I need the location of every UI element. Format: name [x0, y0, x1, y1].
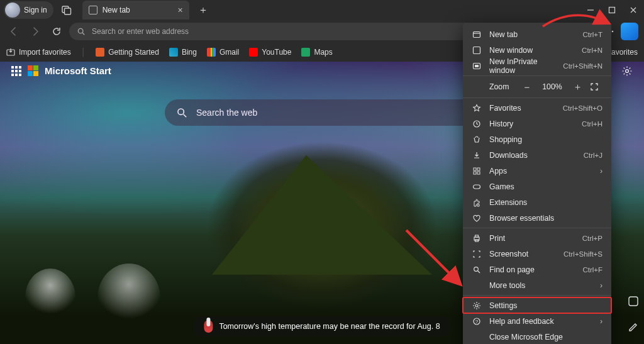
menu-print[interactable]: PrintCtrl+P — [463, 230, 611, 246]
menu-label: Shopping — [489, 135, 602, 144]
menu-new-inprivate[interactable]: New InPrivate windowCtrl+Shift+N — [463, 58, 611, 74]
menu-games[interactable]: Games — [463, 179, 611, 194]
menu-label: Favorites — [489, 104, 555, 113]
bookmark-label: Getting Started — [108, 48, 159, 57]
refresh-button[interactable] — [48, 23, 65, 40]
menu-label: Settings — [489, 301, 602, 310]
bookmark-label: Bing — [182, 48, 197, 57]
svg-rect-25 — [477, 172, 480, 174]
copilot-button[interactable] — [620, 22, 639, 41]
more-actions-menu: New tabCtrl+T New windowCtrl+N New InPri… — [463, 23, 611, 344]
menu-more-tools[interactable]: More tools› — [463, 277, 611, 293]
menu-downloads[interactable]: DownloadsCtrl+J — [463, 147, 611, 163]
star-icon — [472, 103, 482, 113]
feed-customize-button[interactable] — [626, 294, 640, 308]
background-waterfall — [25, 269, 75, 325]
weather-banner[interactable]: Tomorrow's high temperature may be near … — [195, 316, 448, 336]
svg-rect-26 — [474, 185, 480, 189]
zoom-out-button[interactable]: − — [521, 82, 533, 92]
menu-favorites[interactable]: FavoritesCtrl+Shift+O — [463, 100, 611, 116]
background-mountain — [212, 155, 432, 275]
svg-text:?: ? — [475, 319, 479, 325]
background-waterfall — [97, 264, 160, 333]
menu-close-edge[interactable]: Close Microsoft Edge — [463, 329, 611, 344]
menu-browser-essentials[interactable]: Browser essentials — [463, 210, 611, 226]
svg-point-6 — [78, 28, 83, 33]
workspaces-button[interactable] — [60, 3, 74, 17]
forward-button[interactable] — [26, 23, 44, 40]
menu-label: Extensions — [489, 198, 602, 207]
zoom-in-button[interactable]: ＋ — [571, 81, 584, 93]
help-icon: ? — [472, 316, 482, 326]
profile-signin-button[interactable]: Sign in — [4, 1, 53, 19]
menu-label: New InPrivate window — [489, 57, 555, 75]
fullscreen-button[interactable] — [590, 82, 602, 91]
menu-shortcut: Ctrl+N — [582, 47, 602, 54]
svg-point-10 — [612, 31, 614, 33]
chevron-right-icon: › — [600, 281, 602, 290]
menu-new-window[interactable]: New windowCtrl+N — [463, 42, 611, 58]
window-close-button[interactable] — [623, 0, 644, 20]
ntp-search-box[interactable]: Search the web — [165, 99, 479, 126]
history-icon — [472, 119, 482, 129]
menu-apps[interactable]: Apps› — [463, 163, 611, 179]
svg-rect-23 — [477, 168, 480, 170]
svg-rect-28 — [475, 235, 479, 237]
search-icon — [176, 107, 187, 118]
svg-point-13 — [178, 109, 184, 114]
new-tab-icon — [472, 30, 482, 40]
feed-edit-button[interactable] — [626, 319, 640, 333]
window-maximize-button[interactable] — [601, 0, 623, 20]
print-icon — [472, 233, 482, 243]
menu-settings[interactable]: Settings — [463, 297, 611, 313]
menu-find[interactable]: Find on pageCtrl+F — [463, 262, 611, 277]
app-launcher-button[interactable] — [11, 66, 21, 76]
menu-history[interactable]: HistoryCtrl+H — [463, 116, 611, 131]
menu-screenshot[interactable]: ScreenshotCtrl+Shift+S — [463, 246, 611, 262]
menu-shopping[interactable]: Shopping — [463, 131, 611, 147]
avatar-icon — [5, 3, 20, 18]
import-favorites-button[interactable]: Import favorites — [6, 48, 71, 57]
page-settings-button[interactable] — [621, 65, 633, 77]
copilot-icon — [621, 23, 638, 40]
bookmark-maps[interactable]: Maps — [301, 48, 332, 57]
new-tab-button[interactable]: ＋ — [194, 1, 212, 19]
bookmark-getting-started[interactable]: Getting Started — [96, 48, 159, 57]
games-icon — [472, 182, 482, 192]
download-icon — [472, 150, 482, 160]
menu-label: More tools — [489, 281, 592, 290]
weather-text: Tomorrow's high temperature may be near … — [219, 322, 440, 331]
import-icon — [6, 48, 15, 57]
menu-new-tab[interactable]: New tabCtrl+T — [463, 26, 611, 42]
window-minimize-button[interactable] — [580, 0, 601, 20]
favicon-icon — [96, 48, 104, 57]
bookmark-label: YouTube — [262, 48, 291, 57]
favicon-icon — [249, 48, 258, 57]
svg-point-32 — [475, 304, 478, 307]
svg-rect-18 — [474, 47, 480, 53]
find-icon — [472, 265, 482, 275]
back-button[interactable] — [5, 23, 23, 40]
window-icon — [472, 45, 482, 55]
menu-shortcut: Ctrl+P — [582, 235, 602, 242]
menu-label: New tab — [489, 30, 575, 39]
svg-line-31 — [478, 271, 480, 273]
tab-new-tab[interactable]: New tab × — [82, 1, 189, 19]
menu-help[interactable]: ?Help and feedback› — [463, 313, 611, 329]
svg-point-12 — [626, 70, 629, 73]
menu-label: Print — [489, 234, 575, 243]
menu-label: Help and feedback — [489, 317, 592, 326]
page-icon — [89, 6, 97, 14]
bookmark-bing[interactable]: Bing — [169, 48, 197, 57]
menu-extensions[interactable]: Extensions — [463, 194, 611, 210]
tab-close-button[interactable]: × — [178, 5, 183, 15]
bookmark-gmail[interactable]: Gmail — [207, 48, 239, 57]
menu-label: History — [489, 119, 574, 128]
bookmark-youtube[interactable]: YouTube — [249, 48, 291, 57]
svg-rect-15 — [629, 297, 638, 306]
menu-label: Find on page — [489, 265, 575, 274]
screenshot-icon — [472, 249, 482, 259]
svg-rect-1 — [64, 8, 70, 14]
extensions-icon — [472, 197, 482, 208]
menu-shortcut: Ctrl+T — [582, 31, 602, 38]
